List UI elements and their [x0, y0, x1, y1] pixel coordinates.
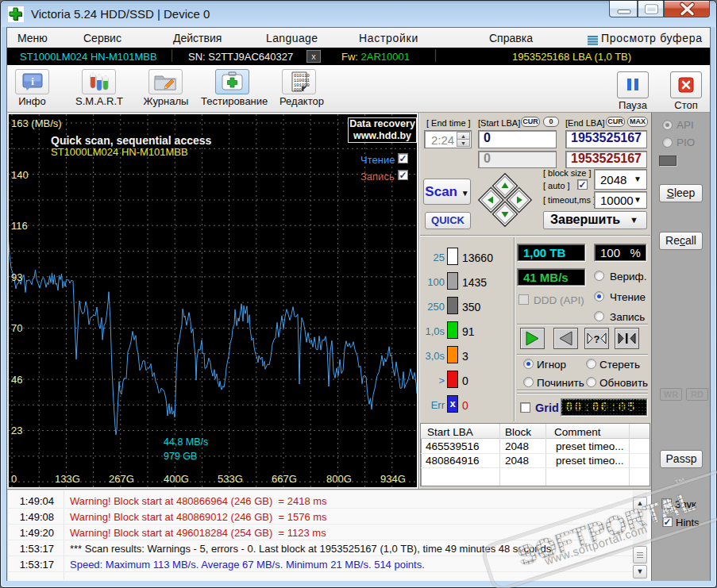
svg-text:?: ?: [594, 333, 600, 345]
svg-text:i: i: [31, 75, 34, 87]
svg-text:0001: 0001: [294, 87, 305, 93]
